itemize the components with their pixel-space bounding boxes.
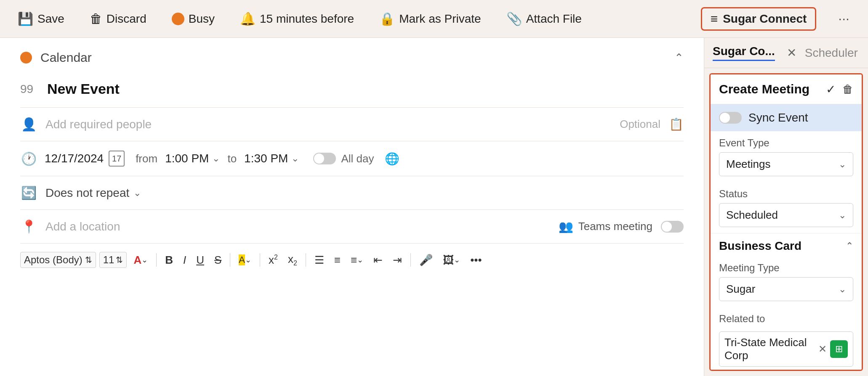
indent-increase-button[interactable]: ⇥ [389,252,405,268]
more-format-button[interactable]: ••• [467,252,485,268]
repeat-select[interactable]: Does not repeat ⌄ [45,186,141,200]
image-icon: 🖼 [443,254,454,267]
divider-4 [306,253,306,267]
tab-scheduler[interactable]: Scheduler [805,46,858,60]
status-label: Status [719,188,853,200]
date-display: 12/17/2024 17 [45,151,125,167]
sc-header-icons: ✓ 🗑 [826,82,853,96]
collapse-icon[interactable]: ⌃ [674,51,684,64]
event-type-value: Meetings [726,158,771,171]
bold-button[interactable]: B [162,252,176,268]
teams-label: Teams meeting [578,220,652,233]
meeting-type-select[interactable]: Sugar ⌄ [719,277,853,301]
divider-5 [410,253,411,267]
location-placeholder[interactable]: Add a location [45,220,550,233]
divider-3 [260,253,260,267]
person-icon: 👤 [20,117,37,132]
align-button[interactable]: ≡ ⌄ [347,252,367,268]
bullets-button[interactable]: ☰ [311,252,327,268]
time-to-chevron: ⌄ [291,153,299,164]
people-row: 👤 Add required people Optional 📋 [20,108,684,141]
more-button[interactable]: ··· [833,8,855,29]
event-type-select[interactable]: Meetings ⌄ [719,152,853,176]
date-value[interactable]: 12/17/2024 [45,152,104,165]
calendar-picker-icon[interactable]: 17 [109,151,125,167]
related-to-label: Related to [719,313,853,325]
subscript-button[interactable]: x2 [285,251,301,269]
strikethrough-button[interactable]: S [211,252,225,268]
superscript-icon: x2 [269,254,278,267]
related-to-field: Related to [711,307,862,330]
reminder-label: 15 minutes before [260,12,354,26]
font-size-select[interactable]: 11 ⇅ [99,252,127,268]
align-icon: ≡ [351,254,357,267]
superscript-button[interactable]: x2 [265,252,281,268]
discard-button[interactable]: 🗑 Discard [85,9,151,29]
bell-icon: 🔔 [240,11,256,26]
reminder-button[interactable]: 🔔 15 minutes before [236,9,358,29]
underline-icon: U [196,254,204,267]
font-color-icon: A [133,254,141,267]
contact-card-icon[interactable]: 📋 [669,117,684,131]
sync-event-row: Sync Event [711,104,862,131]
mic-button[interactable]: 🎤 [416,252,436,268]
lock-icon: 🔒 [379,11,395,26]
paperclip-icon: 📎 [506,11,522,26]
highlight-button[interactable]: A ⌄ [235,253,255,267]
sugar-connect-button[interactable]: ≡ Sugar Connect [701,7,817,31]
event-title-row: 99 [20,73,684,108]
teams-toggle[interactable] [661,221,684,233]
event-type-field: Event Type Meetings ⌄ [711,131,862,182]
timezone-icon[interactable]: 🌐 [385,152,399,166]
right-panel: Sugar Co... ✕ Scheduler Create Meeting ✓… [704,38,868,376]
sc-trash-icon[interactable]: 🗑 [842,83,853,96]
calendar-label: Calendar [40,50,92,65]
divider-2 [230,253,230,267]
people-placeholder[interactable]: Add required people [45,118,611,131]
time-to-select[interactable]: 1:30 PM ⌄ [244,152,299,165]
align-chevron: ⌄ [357,255,363,265]
tab-close-icon[interactable]: ✕ [787,46,796,60]
private-button[interactable]: 🔒 Mark as Private [375,9,485,29]
indent-decrease-button[interactable]: ⇤ [370,252,386,268]
italic-button[interactable]: I [180,252,189,268]
tab-sugar-connect[interactable]: Sugar Co... [713,45,775,61]
format-toolbar: Aptos (Body) ⇅ 11 ⇅ A ⌄ B I U S [20,244,684,276]
italic-icon: I [183,254,186,267]
highlight-chevron: ⌄ [245,255,251,265]
calendar-row: Calendar ⌃ [20,50,684,73]
status-field: Status Scheduled ⌄ [711,182,862,233]
save-button[interactable]: 💾 Save [13,9,69,29]
allday-toggle[interactable] [313,153,336,164]
status-select[interactable]: Scheduled ⌄ [719,203,853,227]
busy-dot [172,13,184,25]
teams-icon: 👥 [559,220,573,233]
business-card-header: Business Card ⌃ [711,233,862,256]
related-to-action-button[interactable]: ⊞ [830,340,848,358]
busy-button[interactable]: Busy [168,10,219,28]
time-from-select[interactable]: 1:00 PM ⌄ [165,152,220,165]
business-card-label: Business Card [719,239,801,253]
sc-check-icon[interactable]: ✓ [826,82,836,96]
underline-button[interactable]: U [193,252,208,268]
event-title-input[interactable] [47,81,684,97]
meeting-type-chevron: ⌄ [839,284,846,295]
related-to-row: Tri-State Medical Corp ✕ ⊞ [719,331,853,367]
font-family-value: Aptos (Body) [24,254,83,266]
allday-row: All day [313,152,374,165]
font-color-button[interactable]: A ⌄ [130,252,151,268]
meeting-type-field: Meeting Type Sugar ⌄ [711,256,862,307]
sync-event-toggle[interactable] [719,112,742,124]
discard-label: Discard [107,12,146,26]
font-family-select[interactable]: Aptos (Body) ⇅ [20,252,96,268]
image-button[interactable]: 🖼 ⌄ [439,252,463,268]
numbering-button[interactable]: ≡ [331,252,344,268]
meeting-type-label: Meeting Type [719,262,853,274]
sugar-icon: ≡ [711,12,718,26]
business-card-chevron[interactable]: ⌃ [846,241,853,252]
related-to-clear-icon[interactable]: ✕ [818,343,827,355]
status-value: Scheduled [726,209,778,222]
sugar-connect-content: Create Meeting ✓ 🗑 Sync Event Event Type… [709,73,863,371]
attach-button[interactable]: 📎 Attach File [502,9,586,29]
teams-meeting-row: 👥 Teams meeting [559,220,684,233]
